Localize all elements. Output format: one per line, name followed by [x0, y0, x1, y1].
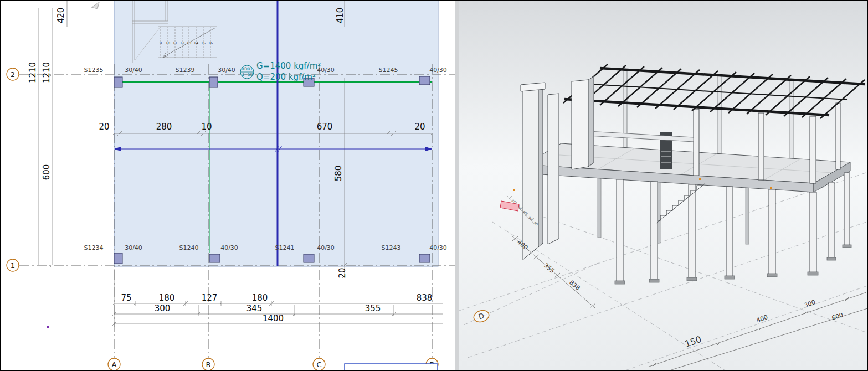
svg-text:14: 14	[194, 41, 198, 45]
svg-text:13: 13	[187, 41, 191, 45]
svg-text:127: 127	[202, 293, 218, 303]
plan-viewport[interactable]: 9 10 11 12 13 14 15 16	[1, 1, 455, 370]
svg-text:S1243: S1243	[382, 244, 401, 251]
dim-20-right: 20	[337, 267, 347, 278]
svg-text:20: 20	[99, 122, 109, 132]
node-marker[interactable]	[47, 326, 49, 328]
column-S1245[interactable]	[419, 76, 430, 85]
svg-text:S1235: S1235	[84, 66, 104, 74]
svg-text:12: 12	[180, 41, 184, 45]
slab-tag[interactable]: RD01 d=50	[240, 65, 254, 79]
svg-text:S1241: S1241	[275, 244, 295, 251]
svg-text:180: 180	[159, 293, 175, 303]
svg-text:10: 10	[166, 41, 170, 45]
axis-label-A: A	[112, 360, 117, 369]
cad-window: 9 10 11 12 13 14 15 16	[0, 0, 868, 371]
dim-410: 410	[335, 8, 345, 24]
text-box[interactable]	[345, 364, 438, 370]
svg-text:30/40: 30/40	[125, 66, 142, 74]
svg-text:10: 10	[201, 122, 212, 132]
svg-text:9: 9	[160, 41, 162, 45]
dim-580: 580	[333, 166, 343, 182]
viewport-splitter[interactable]	[455, 1, 459, 370]
svg-text:30/40: 30/40	[125, 244, 142, 251]
svg-text:16: 16	[208, 41, 213, 45]
svg-text:40/30: 40/30	[317, 244, 335, 251]
svg-text:15: 15	[201, 41, 206, 45]
column-S1235[interactable]	[114, 77, 122, 87]
column-S1241[interactable]	[304, 254, 314, 262]
axis-label-B: B	[206, 360, 211, 369]
svg-text:40/30: 40/30	[429, 244, 447, 251]
svg-text:670: 670	[317, 122, 333, 132]
svg-text:40/30: 40/30	[429, 66, 447, 74]
load-label-g: G=1400 kgf/m²	[256, 61, 321, 71]
svg-text:40/30: 40/30	[317, 66, 335, 74]
svg-text:75: 75	[121, 293, 131, 303]
column-S1243[interactable]	[419, 254, 430, 262]
axis-label-1: 1	[11, 261, 15, 270]
svg-text:20: 20	[414, 122, 425, 132]
column-S1240[interactable]	[209, 254, 220, 262]
svg-text:838: 838	[417, 293, 433, 303]
viewport-3d[interactable]: 400 355 838 150 400 300 600 35 30 40 30 …	[459, 1, 867, 370]
dim-1210-b: 1210	[42, 62, 52, 83]
svg-text:355: 355	[365, 303, 381, 313]
svg-text:1400: 1400	[263, 313, 284, 323]
svg-text:S1239: S1239	[176, 66, 195, 74]
svg-text:S1234: S1234	[84, 244, 104, 251]
north-arrow-icon	[91, 2, 99, 9]
svg-text:345: 345	[246, 303, 263, 313]
column-S1234[interactable]	[114, 253, 122, 264]
svg-text:S1245: S1245	[379, 66, 398, 74]
svg-text:30/40: 30/40	[218, 66, 235, 74]
slab-tag-name: RD01	[242, 66, 253, 71]
svg-text:40/30: 40/30	[220, 244, 238, 251]
dimension-labels-bottom: 75 180 127 180 838 300 345 355 1400	[121, 293, 432, 323]
svg-text:300: 300	[155, 303, 171, 313]
stair-step-numbers: 9 10 11 12 13 14 15 16	[160, 41, 213, 45]
svg-text:180: 180	[252, 293, 268, 303]
column-S1239[interactable]	[209, 77, 218, 87]
dim-600: 600	[42, 164, 52, 181]
dim-420: 420	[56, 8, 66, 24]
slab-tag-thickness: d=50	[242, 72, 253, 77]
axis-label-2: 2	[11, 70, 15, 79]
svg-text:S1240: S1240	[179, 244, 199, 251]
axis-label-C: C	[316, 360, 321, 369]
svg-text:280: 280	[156, 122, 172, 132]
dim-1210-a: 1210	[28, 62, 38, 83]
load-label-q: Q=200 kgf/m²	[256, 72, 316, 82]
svg-text:11: 11	[173, 41, 177, 45]
